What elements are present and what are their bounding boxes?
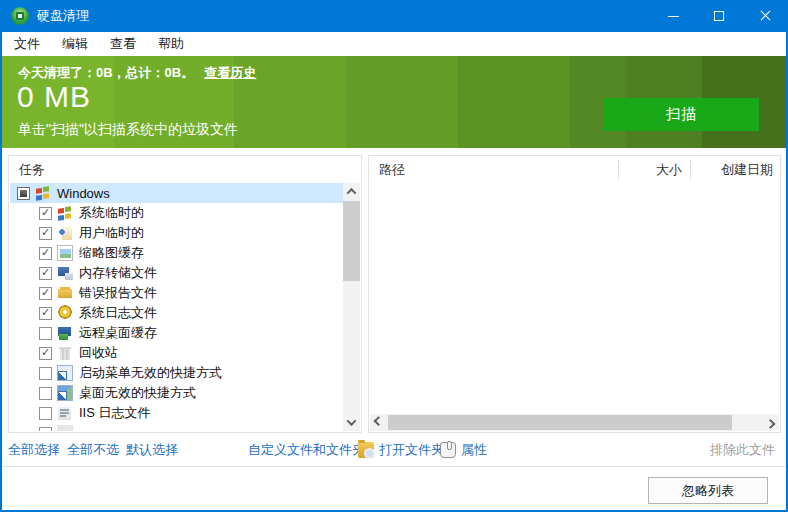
checkbox[interactable]: [39, 307, 52, 320]
scroll-right-button[interactable]: [762, 414, 779, 431]
task-label: Windows: [57, 186, 110, 201]
select-all-link[interactable]: 全部选择: [8, 437, 60, 463]
exclude-file-link[interactable]: 排除此文件: [710, 437, 775, 463]
task-label: 错误报告文件: [79, 284, 157, 302]
horizontal-scrollbar[interactable]: [370, 414, 779, 431]
recycle-icon: [57, 345, 73, 361]
task-label: 桌面无效的快捷方式: [79, 384, 196, 402]
close-button[interactable]: [742, 0, 788, 32]
titlebar[interactable]: 硬盘清理: [0, 0, 788, 32]
app-icon: [11, 7, 29, 25]
shortcut2-icon: [57, 385, 73, 401]
chevron-right-icon: [766, 419, 776, 429]
footer-divider: [0, 466, 788, 467]
task-row-4[interactable]: 内存转储文件: [10, 263, 343, 283]
checkbox[interactable]: [39, 247, 52, 260]
chevron-up-icon: [347, 188, 357, 198]
scan-hint: 单击"扫描"以扫描系统中的垃圾文件: [18, 121, 238, 139]
task-row-0[interactable]: Windows: [10, 183, 343, 203]
view-history-link[interactable]: 查看历史: [204, 64, 256, 82]
scrollbar-thumb[interactable]: [388, 415, 732, 430]
menu-view[interactable]: 查看: [99, 32, 147, 56]
syslog-icon: [57, 305, 73, 321]
tasks-panel: 任务 Windows系统临时的用户临时的缩略图缓存内存转储文件错误报告文件系统日…: [8, 155, 362, 433]
column-size[interactable]: 大小: [618, 160, 690, 180]
task-row-9[interactable]: 启动菜单无效的快捷方式: [10, 363, 343, 383]
open-folder-label: 打开文件夹: [379, 441, 444, 459]
checkbox[interactable]: [39, 287, 52, 300]
maximize-button[interactable]: [696, 0, 742, 32]
windows-flag-icon: [35, 184, 51, 202]
scrollbar-thumb[interactable]: [343, 201, 360, 281]
properties-link[interactable]: 属性: [440, 437, 487, 463]
folder-search-icon: [358, 442, 374, 458]
window-title: 硬盘清理: [37, 7, 89, 25]
open-folder-link[interactable]: 打开文件夹: [358, 437, 444, 463]
thumbnail-icon: [57, 245, 73, 261]
tasks-header: 任务: [9, 156, 361, 183]
chevron-left-icon: [374, 416, 384, 426]
task-row-3[interactable]: 缩略图缓存: [10, 243, 343, 263]
column-created[interactable]: 创建日期: [690, 160, 780, 180]
column-path[interactable]: 路径: [369, 161, 618, 179]
checkbox[interactable]: [39, 367, 52, 380]
checkbox[interactable]: [39, 267, 52, 280]
task-tree: Windows系统临时的用户临时的缩略图缓存内存转储文件错误报告文件系统日志文件…: [10, 183, 343, 431]
task-label: IIS 日志文件: [79, 404, 151, 422]
task-row-12[interactable]: [10, 423, 343, 431]
checkbox[interactable]: [39, 427, 52, 432]
task-row-7[interactable]: 远程桌面缓存: [10, 323, 343, 343]
file-list-header: 路径 大小 创建日期: [369, 156, 780, 183]
task-label: 缩略图缓存: [79, 244, 144, 262]
chevron-down-icon: [347, 416, 357, 426]
custom-files-link[interactable]: 自定义文件和文件夹: [248, 437, 365, 463]
checkbox[interactable]: [39, 407, 52, 420]
checkbox[interactable]: [39, 227, 52, 240]
unknown-icon: [57, 425, 73, 431]
status-banner: 今天清理了：0B，总计：0B。 查看历史 0 MB 单击"扫描"以扫描系统中的垃…: [2, 56, 786, 148]
minimize-button[interactable]: [650, 0, 696, 32]
scan-button[interactable]: 扫描: [603, 98, 759, 131]
task-row-8[interactable]: 回收站: [10, 343, 343, 363]
properties-label: 属性: [461, 441, 487, 459]
hand-pointer-icon: [440, 442, 456, 458]
windows-flag-icon: [57, 204, 73, 222]
task-row-6[interactable]: 系统日志文件: [10, 303, 343, 323]
memory-icon: [57, 265, 73, 281]
checkbox[interactable]: [39, 207, 52, 220]
minimize-icon: [668, 16, 679, 17]
shortcut-icon: [57, 365, 73, 381]
checkbox[interactable]: [39, 327, 52, 340]
scroll-down-button[interactable]: [343, 414, 360, 431]
task-row-1[interactable]: 系统临时的: [10, 203, 343, 223]
select-none-link[interactable]: 全部不选: [67, 437, 119, 463]
window-controls: [650, 0, 788, 32]
iis-icon: [57, 405, 73, 421]
task-row-2[interactable]: 用户临时的: [10, 223, 343, 243]
menu-file[interactable]: 文件: [3, 32, 51, 56]
task-label: 系统临时的: [79, 204, 144, 222]
checkbox[interactable]: [39, 347, 52, 360]
maximize-icon: [714, 11, 724, 21]
select-default-link[interactable]: 默认选择: [126, 437, 178, 463]
vertical-scrollbar[interactable]: [343, 183, 360, 431]
files-panel: 路径 大小 创建日期: [368, 155, 781, 433]
user-files-icon: [57, 225, 73, 241]
rdp-icon: [57, 325, 73, 341]
menubar: 文件 编辑 查看 帮助: [2, 32, 786, 56]
task-row-5[interactable]: 错误报告文件: [10, 283, 343, 303]
checkbox[interactable]: [39, 387, 52, 400]
menu-edit[interactable]: 编辑: [51, 32, 99, 56]
task-label: 内存转储文件: [79, 264, 157, 282]
menu-help[interactable]: 帮助: [147, 32, 195, 56]
cleaned-amount: 0 MB: [17, 80, 91, 114]
task-label: 用户临时的: [79, 224, 144, 242]
ignore-list-button[interactable]: 忽略列表: [648, 477, 768, 504]
scroll-left-button[interactable]: [370, 414, 387, 431]
task-row-11[interactable]: IIS 日志文件: [10, 403, 343, 423]
checkbox[interactable]: [17, 187, 30, 200]
task-label: 回收站: [79, 344, 118, 362]
task-row-10[interactable]: 桌面无效的快捷方式: [10, 383, 343, 403]
scroll-up-button[interactable]: [343, 183, 360, 200]
task-label: 启动菜单无效的快捷方式: [79, 364, 222, 382]
